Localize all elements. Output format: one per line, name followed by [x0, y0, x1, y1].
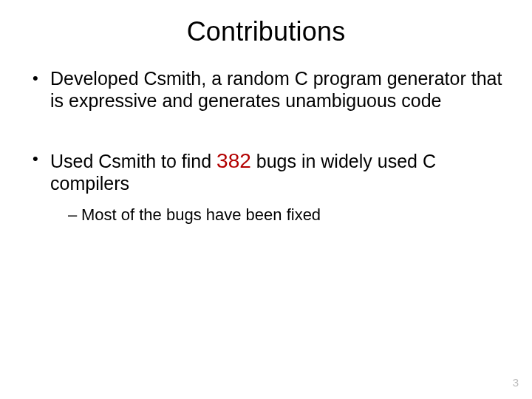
- slide-title: Contributions: [0, 0, 532, 47]
- sub-bullet-list: Most of the bugs have been fixed: [50, 205, 502, 225]
- slide: Contributions Developed Csmith, a random…: [0, 0, 532, 399]
- bullet-item-1: Developed Csmith, a random C program gen…: [30, 68, 502, 112]
- bullet-item-2: Used Csmith to find 382 bugs in widely u…: [30, 149, 502, 224]
- page-number: 3: [513, 376, 519, 389]
- bullet-text-1: Developed Csmith, a random C program gen…: [50, 68, 502, 111]
- bullet-list: Developed Csmith, a random C program gen…: [30, 68, 502, 224]
- bug-count: 382: [216, 149, 251, 172]
- bullet-text-2-pre: Used Csmith to find: [50, 151, 216, 171]
- sub-bullet-text-1: Most of the bugs have been fixed: [81, 205, 321, 224]
- sub-bullet-item-1: Most of the bugs have been fixed: [68, 205, 502, 225]
- slide-body: Developed Csmith, a random C program gen…: [0, 47, 532, 224]
